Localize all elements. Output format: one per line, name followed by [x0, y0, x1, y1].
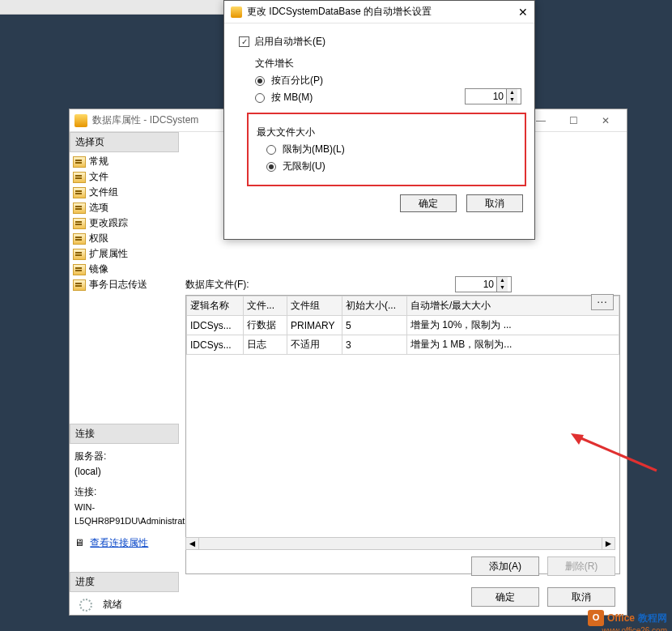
spinner-icon [79, 599, 92, 612]
max-size-highlight: 最大文件大小 限制为(MB)(L) ▲▼ 无限制(U) [247, 113, 526, 186]
growth-header: 文件增长 [255, 57, 534, 70]
ok-button[interactable]: 确定 [471, 587, 539, 607]
progress-header: 进度 [70, 572, 179, 592]
spin-down-icon[interactable]: ▼ [507, 96, 517, 104]
progress-status-row: 就绪 [70, 592, 179, 617]
page-icon [73, 187, 86, 198]
max-size-header: 最大文件大小 [257, 126, 518, 139]
left-panel: 选择页 常规 文件 文件组 选项 更改跟踪 权限 扩展属性 镜像 事务日志传送 … [70, 132, 179, 615]
dialog-buttons: 确定 取消 [471, 587, 615, 607]
page-icon [73, 249, 86, 260]
tree-item-change-tracking[interactable]: 更改跟踪 [71, 215, 177, 231]
growth-percent-radio[interactable]: 按百分比(P) ▲▼ [255, 74, 534, 87]
ag-ok-button[interactable]: 确定 [400, 194, 457, 212]
connection-header: 连接 [70, 424, 179, 444]
db-files-label: 数据库文件(F): [185, 278, 627, 292]
table-header-row: 逻辑名称 文件... 文件组 初始大小(... 自动增长/最大大小 [187, 296, 619, 316]
table-row[interactable]: IDCSys... 行数据 PRIMARY 5 增量为 10%，限制为 ... [187, 316, 619, 335]
col-filegroup[interactable]: 文件组 [287, 296, 342, 316]
maximize-button[interactable]: ☐ [557, 113, 589, 129]
page-icon [73, 233, 86, 245]
view-connection-link[interactable]: 查看连接属性 [90, 537, 148, 548]
ag-button-row: 确定 取消 [224, 194, 523, 212]
col-file-type[interactable]: 文件... [244, 296, 287, 316]
database-icon [231, 6, 242, 18]
file-buttons: 添加(A) 删除(R) [471, 556, 615, 576]
autogrowth-ellipsis-button[interactable]: ... [591, 294, 614, 310]
max-value-field[interactable] [456, 279, 496, 290]
ag-cancel-button[interactable]: 取消 [466, 194, 523, 212]
watermark-icon: O [588, 610, 604, 626]
table-row[interactable]: IDCSys... 日志 不适用 3 增量为 1 MB，限制为... [187, 335, 619, 355]
radio-icon [255, 93, 265, 103]
radio-icon [266, 145, 276, 155]
scroll-right-icon[interactable]: ► [602, 538, 615, 549]
scroll-left-icon[interactable]: ◄ [186, 538, 199, 549]
page-tree: 常规 文件 文件组 选项 更改跟踪 权限 扩展属性 镜像 事务日志传送 [70, 152, 179, 294]
monitor-icon: 🖥 [74, 537, 84, 548]
app-toolbar [0, 0, 223, 15]
max-limited-radio[interactable]: 限制为(MB)(L) ▲▼ [266, 143, 518, 156]
page-icon [73, 156, 86, 168]
max-unlimited-radio[interactable]: 无限制(U) [266, 160, 518, 173]
growth-percent-input[interactable]: ▲▼ [465, 88, 521, 104]
close-button[interactable]: ✕ [518, 6, 528, 19]
enable-autogrowth-label: 启用自动增长(E) [254, 35, 325, 49]
add-button[interactable]: 添加(A) [471, 556, 539, 576]
ag-title: 更改 IDCSystemDataBase 的自动增长设置 [247, 5, 518, 19]
max-size-input[interactable]: ▲▼ [455, 276, 512, 292]
ag-titlebar: 更改 IDCSystemDataBase 的自动增长设置 ✕ [224, 1, 534, 23]
radio-icon [255, 76, 265, 86]
remove-button: 删除(R) [547, 556, 615, 576]
progress-status: 就绪 [103, 599, 122, 610]
tree-item-files[interactable]: 文件 [71, 169, 177, 185]
tree-item-extended-props[interactable]: 扩展属性 [71, 246, 177, 262]
tree-item-general[interactable]: 常规 [71, 154, 177, 169]
col-initial-size[interactable]: 初始大小(... [342, 296, 407, 316]
close-button[interactable]: ✕ [589, 113, 622, 129]
enable-autogrowth-checkbox[interactable]: 启用自动增长(E) [239, 35, 534, 49]
page-icon [73, 264, 86, 275]
col-logical-name[interactable]: 逻辑名称 [187, 296, 244, 316]
watermark: O Office教程网 www.office26.com [588, 610, 667, 626]
tree-item-filegroups[interactable]: 文件组 [71, 185, 177, 200]
spin-down-icon[interactable]: ▼ [497, 284, 508, 292]
tree-item-mirroring[interactable]: 镜像 [71, 262, 177, 277]
tree-item-log-shipping[interactable]: 事务日志传送 [71, 277, 177, 292]
files-table-wrap: 逻辑名称 文件... 文件组 初始大小(... 自动增长/最大大小 IDCSys… [185, 295, 620, 574]
col-autogrowth[interactable]: 自动增长/最大大小 [407, 296, 619, 316]
server-value: (local) [74, 464, 174, 480]
cancel-button[interactable]: 取消 [547, 587, 615, 607]
growth-value-field[interactable] [466, 91, 506, 102]
checkbox-icon [239, 36, 249, 47]
page-icon [73, 172, 86, 183]
connection-label: 连接: [74, 484, 174, 500]
files-table[interactable]: 逻辑名称 文件... 文件组 初始大小(... 自动增长/最大大小 IDCSys… [186, 296, 619, 573]
connection-value: WIN-L5QHR8P91DU\Administrat [74, 501, 174, 529]
database-icon [74, 114, 87, 127]
horizontal-scrollbar[interactable]: ◄ ► [185, 537, 615, 550]
autogrowth-dialog: 更改 IDCSystemDataBase 的自动增长设置 ✕ 启用自动增长(E)… [223, 0, 535, 240]
page-icon [73, 218, 86, 229]
page-icon [73, 203, 86, 214]
connection-info: 服务器: (local) 连接: WIN-L5QHR8P91DU\Adminis… [70, 444, 179, 556]
tree-item-permissions[interactable]: 权限 [71, 231, 177, 246]
spin-up-icon[interactable]: ▲ [507, 89, 517, 96]
tree-item-options[interactable]: 选项 [71, 200, 177, 215]
radio-icon [266, 162, 276, 172]
server-label: 服务器: [74, 449, 174, 464]
select-page-header: 选择页 [70, 132, 179, 152]
file-growth-section: 文件增长 按百分比(P) ▲▼ 按 MB(M) [255, 57, 534, 104]
spin-up-icon[interactable]: ▲ [497, 277, 508, 284]
page-icon [73, 279, 86, 291]
